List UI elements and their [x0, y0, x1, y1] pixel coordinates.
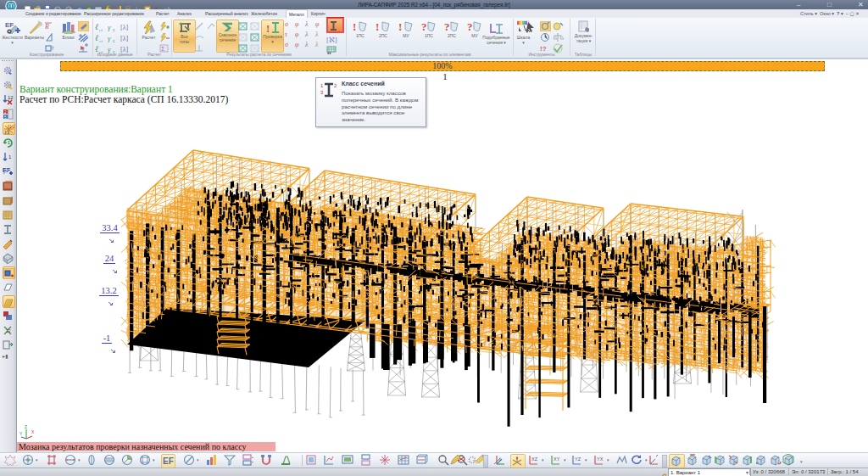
svg-text:Z: Z — [25, 425, 27, 429]
svg-text:1.2: 1.2 — [4, 131, 10, 135]
svg-text:2: 2 — [334, 83, 337, 88]
svg-text:1: 1 — [320, 83, 324, 88]
svg-text:12: 12 — [8, 95, 14, 100]
svg-text:1.2: 1.2 — [9, 125, 14, 129]
svg-text:3: 3 — [320, 90, 324, 95]
svg-text:1: 1 — [8, 154, 12, 160]
svg-text:12: 12 — [6, 328, 11, 333]
svg-text:1: 1 — [8, 140, 10, 145]
svg-text:X: X — [31, 429, 35, 434]
svg-text:Y: Y — [19, 431, 23, 436]
